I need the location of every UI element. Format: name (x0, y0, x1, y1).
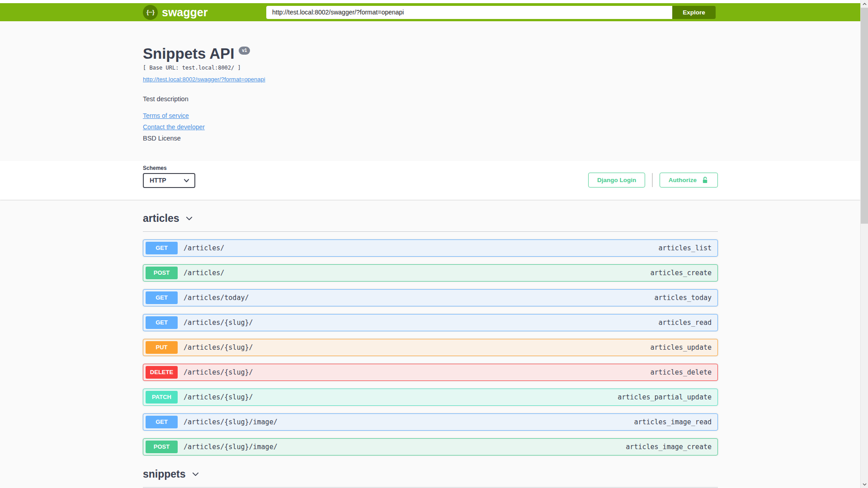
opblock-articles_image_create[interactable]: POST/articles/{slug}/image/articles_imag… (143, 438, 718, 455)
explore-button[interactable]: Explore (672, 6, 716, 19)
api-description: Test description (143, 95, 718, 103)
chevron-down-icon (191, 470, 200, 479)
method-badge-post: POST (146, 267, 178, 279)
opblock-articles_list[interactable]: GET/articles/articles_list (143, 239, 718, 257)
operation-id: articles_partial_update (618, 393, 712, 401)
operation-id: articles_image_read (634, 418, 712, 426)
unlocked-padlock-icon (701, 176, 709, 184)
spec-url-form: Explore (266, 6, 716, 19)
operations-area: articlesGET/articles/articles_listPOST/a… (143, 200, 718, 488)
auth-divider (652, 173, 653, 187)
chevron-down-icon (184, 178, 189, 183)
operation-path: /articles/ (184, 244, 224, 252)
opblock-articles_create[interactable]: POST/articles/articles_create (143, 264, 718, 282)
swagger-brand: {···} swagger (143, 5, 208, 20)
scrollbar-down-arrow-icon[interactable] (861, 480, 868, 488)
opblock-articles_partial_update[interactable]: PATCH/articles/{slug}/articles_partial_u… (143, 389, 718, 406)
operation-path: /articles/{slug}/ (184, 368, 253, 376)
spec-link[interactable]: http://test.local:8002/swagger/?format=o… (143, 76, 265, 83)
authorize-button[interactable]: Authorize (660, 173, 718, 188)
scrollbar-up-arrow-icon[interactable] (861, 0, 868, 8)
spec-url-input[interactable] (266, 6, 672, 19)
operation-path: /articles/{slug}/image/ (184, 443, 278, 451)
method-badge-get: GET (146, 316, 178, 329)
auth-wrapper: Django Login Authorize (588, 173, 718, 188)
api-section-articles: articlesGET/articles/articles_listPOST/a… (143, 200, 718, 455)
schemes-selected-value: HTTP (150, 177, 166, 184)
django-login-button[interactable]: Django Login (588, 173, 645, 188)
brand-name: swagger (162, 6, 208, 19)
schemes-label: Schemes (143, 165, 195, 171)
topbar: {···} swagger Explore (0, 3, 860, 21)
license-text: BSD License (143, 135, 718, 142)
api-info-section: Snippets API v1 [ Base URL: test.local:8… (0, 21, 860, 161)
schemes-block: Schemes HTTP (143, 161, 195, 188)
vertical-scrollbar[interactable] (860, 0, 868, 488)
section-header-articles[interactable]: articles (143, 213, 718, 232)
section-header-snippets[interactable]: snippets (143, 469, 718, 488)
operation-id: articles_read (659, 319, 712, 327)
operation-path: /articles/ (184, 269, 224, 277)
section-title: articles (143, 213, 179, 224)
method-badge-get: GET (146, 416, 178, 428)
operation-path: /articles/{slug}/image/ (184, 418, 278, 426)
method-badge-post: POST (146, 441, 178, 453)
version-badge: v1 (239, 47, 250, 55)
opblock-articles_today[interactable]: GET/articles/today/articles_today (143, 289, 718, 306)
swagger-logo-icon: {···} (143, 5, 158, 20)
operation-id: articles_update (651, 343, 712, 352)
authorize-label: Authorize (669, 177, 697, 183)
scheme-container: Schemes HTTP Django Login Authorize (0, 161, 860, 200)
base-url: [ Base URL: test.local:8002/ ] (143, 65, 718, 71)
terms-of-service-link[interactable]: Terms of service (143, 112, 189, 119)
opblock-articles_delete[interactable]: DELETE/articles/{slug}/articles_delete (143, 364, 718, 381)
django-login-label: Django Login (597, 177, 636, 183)
operation-id: articles_image_create (626, 443, 712, 451)
operation-id: articles_today (655, 294, 712, 302)
top-white-strip (0, 0, 860, 3)
method-badge-put: PUT (146, 341, 178, 354)
contact-developer-link[interactable]: Contact the developer (143, 123, 205, 131)
opblock-articles_update[interactable]: PUT/articles/{slug}/articles_update (143, 339, 718, 356)
chevron-down-icon (185, 214, 193, 223)
operation-id: articles_list (659, 244, 712, 252)
section-title: snippets (143, 469, 186, 480)
opblock-articles_image_read[interactable]: GET/articles/{slug}/image/articles_image… (143, 413, 718, 431)
operation-id: articles_delete (651, 368, 712, 376)
operation-path: /articles/{slug}/ (184, 393, 253, 401)
method-badge-patch: PATCH (146, 391, 178, 404)
method-badge-delete: DELETE (146, 366, 178, 379)
api-section-snippets: snippetsGET/snippets/snippets_list (143, 455, 718, 488)
operation-id: articles_create (651, 269, 712, 277)
operation-path: /articles/today/ (184, 294, 249, 302)
api-title-text: Snippets API (143, 45, 234, 62)
method-badge-get: GET (146, 242, 178, 254)
swagger-ui-page: {···} swagger Explore Snippets API v1 [ … (0, 0, 868, 488)
scrollbar-thumb[interactable] (861, 8, 868, 224)
operation-path: /articles/{slug}/ (184, 319, 253, 327)
page-title: Snippets API v1 (143, 45, 718, 62)
operation-path: /articles/{slug}/ (184, 343, 253, 352)
method-badge-get: GET (146, 291, 178, 304)
opblock-articles_read[interactable]: GET/articles/{slug}/articles_read (143, 314, 718, 331)
schemes-select[interactable]: HTTP (143, 173, 195, 188)
